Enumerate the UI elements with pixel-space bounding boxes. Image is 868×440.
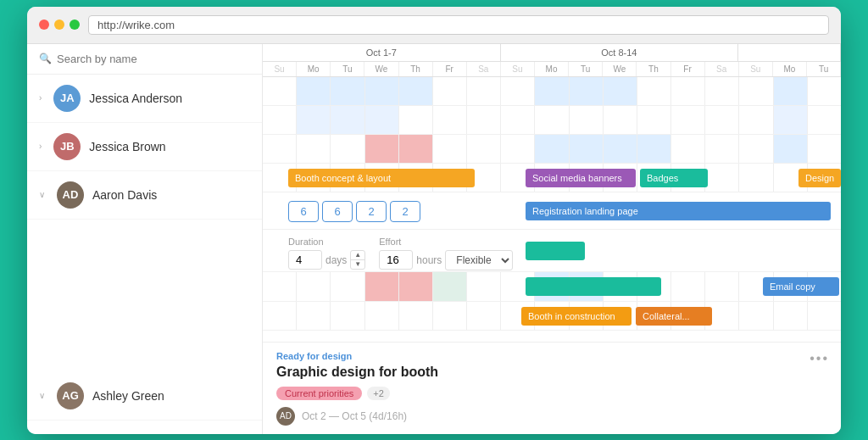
- chevron-right-icon-2: ›: [39, 142, 42, 151]
- task-bar-design[interactable]: Design: [798, 169, 841, 187]
- task-bar-badges[interactable]: Badges: [640, 169, 708, 187]
- tag-more[interactable]: +2: [367, 387, 390, 400]
- day-su-3: Su: [739, 62, 773, 76]
- ashley-row: Email copy: [263, 272, 841, 302]
- date-range-2: Oct 8-14: [501, 44, 739, 61]
- duration-group: Duration days ▲ ▼: [288, 237, 365, 270]
- day-tu-2: Tu: [569, 62, 603, 76]
- avatar-jessica-brown: JB: [53, 133, 81, 160]
- task-meta: AD Oct 2 — Oct 5 (4d/16h): [276, 407, 827, 426]
- task-tag[interactable]: Current priorities: [276, 387, 362, 400]
- chevron-down-icon: ∨: [39, 190, 45, 199]
- num-box-3[interactable]: 2: [356, 201, 387, 222]
- chevron-right-icon: ›: [39, 93, 42, 103]
- assignee-avatar: AD: [276, 407, 295, 426]
- task-bar-booth-construction[interactable]: Booth in construction: [521, 307, 632, 326]
- main-content: Oct 1-7 Oct 8-14 Su Mo Tu We Th Fr Sa Su…: [263, 44, 841, 434]
- effort-group: Effort hours Flexible Fixed Custom: [379, 237, 513, 270]
- sidebar: 🔍 › JA Jessica Anderson › JB Jessica Bro…: [27, 44, 263, 434]
- effort-value: hours Flexible Fixed Custom: [379, 250, 513, 270]
- browser-window: http://wrike.com 🔍 › JA Jessica Anderson…: [27, 7, 841, 434]
- task-detail-card: ••• Ready for design Graphic design for …: [263, 342, 841, 434]
- gantt-row-3: [263, 135, 841, 164]
- search-icon: 🔍: [39, 53, 52, 64]
- effort-unit: hours: [416, 254, 442, 266]
- stepper-up[interactable]: ▲: [351, 251, 364, 260]
- maximize-button[interactable]: [70, 19, 80, 30]
- gantt-row-task-bars: Booth concept & layout Social media bann…: [263, 164, 841, 192]
- task-date-range: Oct 2 — Oct 5 (4d/16h): [302, 410, 407, 422]
- duration-effort-row: Duration days ▲ ▼ Effort: [263, 230, 841, 272]
- day-sa-1: Sa: [467, 62, 501, 76]
- task-bar-teal-small[interactable]: [526, 242, 585, 260]
- person-name-jessica-anderson: Jessica Anderson: [89, 92, 182, 105]
- flexible-select[interactable]: Flexible Fixed Custom: [445, 250, 513, 270]
- gantt-header: Oct 1-7 Oct 8-14 Su Mo Tu We Th Fr Sa Su…: [263, 44, 841, 77]
- browser-bar: http://wrike.com: [27, 7, 841, 44]
- day-fr-1: Fr: [433, 62, 467, 76]
- sidebar-item-aaron-davis[interactable]: ∨ AD Aaron Davis: [27, 171, 262, 220]
- avatar-jessica-anderson: JA: [53, 85, 81, 112]
- booth-construction-row: Booth in construction Collateral...: [263, 302, 841, 331]
- stepper-down[interactable]: ▼: [351, 260, 364, 269]
- duration-label: Duration: [288, 237, 365, 247]
- date-range-1: Oct 1-7: [263, 44, 501, 61]
- day-we-1: We: [364, 62, 398, 76]
- tag-row: Current priorities +2: [276, 387, 827, 400]
- task-status-label: Ready for design: [276, 351, 827, 361]
- search-bar: 🔍: [27, 44, 262, 75]
- duration-stepper[interactable]: ▲ ▼: [350, 250, 365, 270]
- sidebar-item-ashley-green[interactable]: ∨ AG Ashley Green: [27, 372, 262, 421]
- effort-label: Effort: [379, 237, 513, 247]
- day-th-1: Th: [399, 62, 433, 76]
- duration-effort: Duration days ▲ ▼ Effort: [288, 237, 513, 270]
- gantt-body: Booth concept & layout Social media bann…: [263, 77, 841, 342]
- task-bar-email-copy[interactable]: Email copy: [763, 277, 839, 296]
- duration-unit: days: [326, 254, 347, 266]
- task-bar-registration[interactable]: Registration landing page: [526, 202, 831, 220]
- app-body: 🔍 › JA Jessica Anderson › JB Jessica Bro…: [27, 44, 841, 434]
- more-options-button[interactable]: •••: [810, 351, 829, 366]
- num-box-1[interactable]: 6: [288, 201, 319, 222]
- sidebar-item-jessica-brown[interactable]: › JB Jessica Brown: [27, 123, 262, 171]
- effort-input[interactable]: [379, 250, 413, 270]
- days-row: Su Mo Tu We Th Fr Sa Su Mo Tu We Th Fr S…: [263, 62, 841, 76]
- task-bar-social-media[interactable]: Social media banners: [526, 169, 636, 187]
- day-mo-2: Mo: [535, 62, 569, 76]
- day-fr-2: Fr: [671, 62, 705, 76]
- day-mo-1: Mo: [297, 62, 331, 76]
- task-bar-ashley-teal[interactable]: [526, 277, 661, 296]
- number-boxes: 6 6 2 2: [288, 201, 420, 222]
- url-bar[interactable]: http://wrike.com: [88, 15, 829, 35]
- task-bar-collateral[interactable]: Collateral...: [636, 307, 712, 326]
- traffic-lights: [39, 19, 80, 30]
- person-name-aaron-davis: Aaron Davis: [92, 188, 157, 202]
- minimize-button[interactable]: [54, 19, 64, 30]
- day-mo-3: Mo: [773, 62, 807, 76]
- chevron-down-icon-2: ∨: [39, 391, 45, 400]
- avatar-aaron-davis: AD: [57, 181, 84, 209]
- day-sa-2: Sa: [705, 62, 739, 76]
- avatar-ashley-green: AG: [57, 382, 84, 409]
- day-tu-3: Tu: [807, 62, 841, 76]
- gantt-row-1: [263, 77, 841, 106]
- day-we-2: We: [603, 62, 637, 76]
- date-range-row: Oct 1-7 Oct 8-14: [263, 44, 841, 62]
- sidebar-item-jessica-anderson[interactable]: › JA Jessica Anderson: [27, 75, 262, 123]
- duration-value: days ▲ ▼: [288, 250, 365, 270]
- task-bar-booth-concept[interactable]: Booth concept & layout: [288, 169, 475, 187]
- close-button[interactable]: [39, 19, 49, 30]
- search-input[interactable]: [57, 53, 250, 65]
- duration-input[interactable]: [288, 250, 322, 270]
- day-tu-1: Tu: [331, 62, 364, 76]
- day-su-2: Su: [501, 62, 535, 76]
- num-box-4[interactable]: 2: [390, 201, 420, 222]
- num-box-2[interactable]: 6: [322, 201, 353, 222]
- day-su-1: Su: [263, 62, 297, 76]
- person-name-ashley-green: Ashley Green: [92, 389, 164, 403]
- day-th-2: Th: [637, 62, 670, 76]
- date-range-3: [738, 44, 841, 61]
- person-name-jessica-brown: Jessica Brown: [89, 140, 165, 153]
- gantt-row-2: [263, 106, 841, 135]
- task-title: Graphic design for booth: [276, 365, 827, 380]
